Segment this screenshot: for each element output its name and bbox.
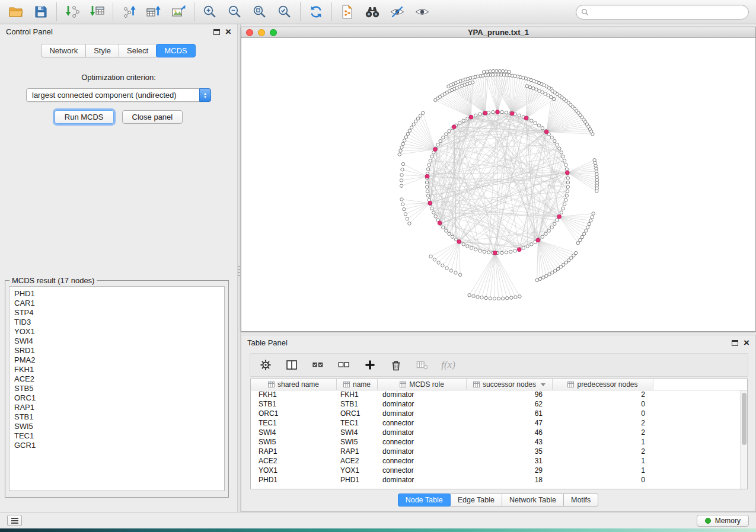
mcds-result-item[interactable]: STB5 (14, 384, 224, 393)
search-box[interactable] (576, 5, 749, 20)
mcds-result-item[interactable]: RAP1 (14, 403, 224, 412)
mcds-result-item[interactable]: SWI5 (14, 422, 224, 431)
table-mini-icon (268, 382, 275, 387)
memory-button[interactable]: Memory (697, 515, 749, 527)
column-header-successor-nodes[interactable]: successor nodes (467, 379, 553, 390)
table-tab-network-table[interactable]: Network Table (502, 493, 564, 507)
show-annotations-button[interactable] (410, 2, 435, 22)
show-columns-button[interactable] (285, 358, 299, 372)
zoom-fit-button[interactable] (247, 2, 272, 22)
select-all-button[interactable] (311, 358, 325, 372)
table-row[interactable]: PHD1PHD1dominator180 (251, 476, 747, 485)
mcds-result-item[interactable]: GCR1 (14, 441, 224, 450)
export-image-button[interactable] (166, 2, 191, 22)
import-table-button[interactable] (85, 2, 110, 22)
mcds-result-item[interactable]: TEC1 (14, 431, 224, 441)
table-cell: TEC1 (337, 419, 378, 428)
table-settings-button[interactable] (259, 358, 273, 372)
mcds-result-item[interactable]: ACE2 (14, 374, 224, 384)
network-canvas[interactable] (241, 39, 755, 331)
run-mcds-button[interactable]: Run MCDS (55, 110, 114, 124)
share-document-button[interactable] (335, 2, 360, 22)
table-mini-icon (400, 382, 406, 387)
table-row[interactable]: STB1STB1dominator620 (251, 400, 747, 409)
table-row[interactable]: FKH1FKH1dominator962 (251, 390, 747, 400)
table-mini-icon (343, 382, 350, 387)
float-table-panel-icon[interactable] (732, 340, 738, 346)
table-tab-node-table[interactable]: Node Table (398, 493, 451, 507)
optimization-criterion-select[interactable]: largest connected component (undirected)… (26, 88, 211, 102)
mcds-result-item[interactable]: ORC1 (14, 393, 224, 403)
show-panels-button[interactable] (7, 515, 22, 526)
table-row[interactable]: SWI4SWI4dominator462 (251, 428, 747, 438)
float-panel-icon[interactable] (213, 29, 220, 35)
save-session-button[interactable] (28, 2, 53, 22)
control-tab-mcds[interactable]: MCDS (156, 44, 195, 57)
search-input[interactable] (589, 7, 748, 18)
hide-annotations-icon (390, 4, 405, 20)
open-file-button[interactable] (4, 2, 28, 22)
mcds-result-item[interactable]: STB1 (14, 412, 224, 422)
select-arrows-icon: ▲▼ (199, 88, 211, 102)
window-zoom-button[interactable] (270, 29, 277, 36)
network-window-titlebar[interactable]: YPA_prune.txt_1 (241, 27, 755, 38)
column-header-name[interactable]: name (337, 379, 378, 390)
table-tab-edge-table[interactable]: Edge Table (450, 493, 502, 507)
zoom-in-button[interactable] (197, 2, 222, 22)
delete-table-button[interactable] (415, 358, 429, 372)
table-row[interactable]: TEC1TEC1connector472 (251, 419, 747, 428)
column-header-mcds-role[interactable]: MCDS role (378, 379, 467, 390)
mcds-result-item[interactable]: SWI4 (14, 336, 224, 346)
column-label: predecessor nodes (577, 380, 637, 389)
control-tab-select[interactable]: Select (119, 44, 157, 57)
table-cell: 2 (553, 428, 653, 438)
scrollbar-thumb[interactable] (742, 393, 747, 445)
table-scrollbar[interactable] (740, 390, 747, 489)
table-cell: RAP1 (337, 447, 378, 457)
table-panel: Table Panel × f(x) shared namenameMCDS r… (241, 335, 756, 512)
close-panel-button[interactable]: Close panel (122, 110, 183, 124)
control-tab-network[interactable]: Network (41, 44, 86, 57)
table-cell: ORC1 (251, 409, 337, 419)
toolbar-separator (331, 2, 332, 21)
table-row[interactable]: YOX1YOX1connector291 (251, 466, 747, 476)
refresh-layout-button[interactable] (304, 2, 328, 22)
mcds-result-item[interactable]: PHD1 (14, 289, 224, 299)
close-panel-icon[interactable]: × (225, 28, 231, 36)
control-tab-style[interactable]: Style (85, 44, 119, 57)
table-row[interactable]: ORC1ORC1dominator610 (251, 409, 747, 419)
window-close-button[interactable] (246, 29, 253, 36)
delete-table-icon (416, 359, 428, 371)
mcds-result-item[interactable]: YOX1 (14, 327, 224, 336)
table-header-row: shared namenameMCDS rolesuccessor nodesp… (251, 379, 747, 390)
column-header-shared-name[interactable]: shared name (251, 379, 337, 390)
delete-column-button[interactable] (389, 358, 403, 372)
mcds-result-item[interactable]: PMA2 (14, 355, 224, 365)
zoom-selected-button[interactable] (272, 2, 297, 22)
deselect-all-button[interactable] (337, 358, 351, 372)
create-column-button[interactable] (363, 358, 377, 372)
export-network-button[interactable] (116, 2, 141, 22)
table-tab-motifs[interactable]: Motifs (563, 493, 598, 507)
search-binoculars-button[interactable] (360, 2, 385, 22)
hide-annotations-button[interactable] (385, 2, 410, 22)
mcds-result-item[interactable]: TID3 (14, 318, 224, 327)
close-table-panel-icon[interactable]: × (744, 339, 749, 347)
zoom-out-icon (227, 4, 243, 20)
table-row[interactable]: SWI5SWI5connector431 (251, 438, 747, 447)
mcds-result-item[interactable]: CAR1 (14, 299, 224, 308)
table-cell: dominator (378, 476, 467, 485)
export-table-button[interactable] (141, 2, 166, 22)
table-cell: dominator (378, 428, 467, 438)
mcds-result-item[interactable]: FKH1 (14, 365, 224, 374)
table-row[interactable]: RAP1RAP1dominator352 (251, 447, 747, 457)
network-view-window: YPA_prune.txt_1 (241, 27, 756, 332)
import-network-button[interactable] (60, 2, 85, 22)
mcds-result-item[interactable]: STP4 (14, 308, 224, 318)
table-row[interactable]: ACE2ACE2connector311 (251, 457, 747, 466)
column-header-predecessor-nodes[interactable]: predecessor nodes (553, 379, 653, 390)
window-minimize-button[interactable] (258, 29, 265, 36)
mcds-result-item[interactable]: SRD1 (14, 346, 224, 355)
zoom-out-button[interactable] (222, 2, 247, 22)
function-builder-button[interactable]: f(x) (441, 358, 455, 372)
